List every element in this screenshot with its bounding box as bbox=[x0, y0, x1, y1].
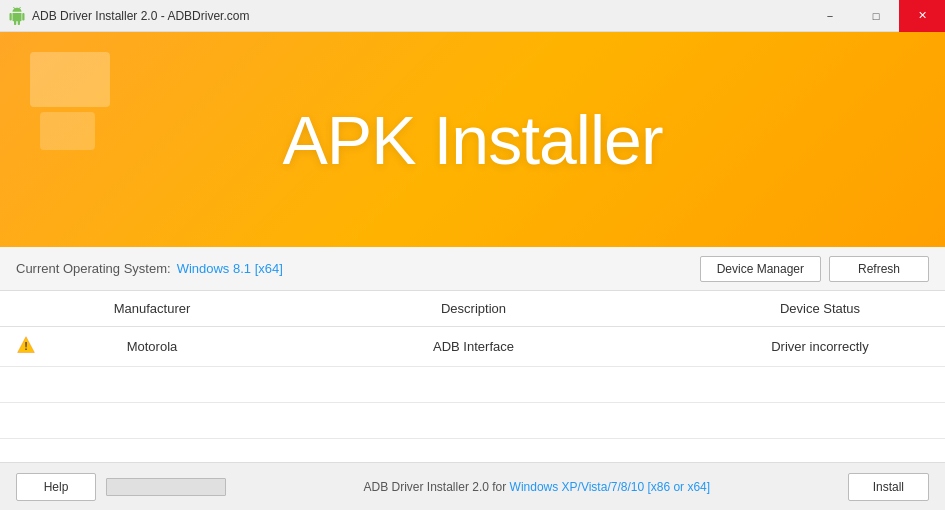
android-icon bbox=[8, 7, 26, 25]
col-header-status: Device Status bbox=[695, 291, 945, 327]
banner-rect-1 bbox=[30, 52, 110, 107]
minimize-button[interactable]: − bbox=[807, 0, 853, 32]
os-label: Current Operating System: bbox=[16, 261, 171, 276]
title-bar-title: ADB Driver Installer 2.0 - ADBDriver.com bbox=[32, 9, 249, 23]
device-manager-button[interactable]: Device Manager bbox=[700, 256, 821, 282]
refresh-button[interactable]: Refresh bbox=[829, 256, 929, 282]
footer-info-prefix: ADB Driver Installer 2.0 for bbox=[364, 480, 510, 494]
col-header-manufacturer: Manufacturer bbox=[52, 291, 252, 327]
title-bar: ADB Driver Installer 2.0 - ADBDriver.com… bbox=[0, 0, 945, 32]
close-button[interactable]: ✕ bbox=[899, 0, 945, 32]
col-header-icon bbox=[0, 291, 52, 327]
os-bar-buttons: Device Manager Refresh bbox=[700, 256, 929, 282]
footer: Help ADB Driver Installer 2.0 for Window… bbox=[0, 462, 945, 510]
banner-title: APK Installer bbox=[282, 101, 662, 179]
warning-icon: ! bbox=[16, 335, 36, 355]
table-row-empty bbox=[0, 367, 945, 403]
title-bar-left: ADB Driver Installer 2.0 - ADBDriver.com bbox=[8, 7, 249, 25]
table-row-empty bbox=[0, 403, 945, 439]
table-row[interactable]: ! MotorolaADB InterfaceDriver incorrectl… bbox=[0, 327, 945, 367]
device-table: Manufacturer Description Device Status !… bbox=[0, 291, 945, 462]
help-button[interactable]: Help bbox=[16, 473, 96, 501]
svg-text:!: ! bbox=[24, 340, 28, 352]
os-bar: Current Operating System: Windows 8.1 [x… bbox=[0, 247, 945, 291]
footer-info-text: ADB Driver Installer 2.0 for Windows XP/… bbox=[236, 480, 838, 494]
row-description: ADB Interface bbox=[252, 327, 695, 367]
banner-rect-2 bbox=[40, 112, 95, 150]
banner: APK Installer bbox=[0, 32, 945, 247]
device-table-area: Manufacturer Description Device Status !… bbox=[0, 291, 945, 462]
table-header-row: Manufacturer Description Device Status bbox=[0, 291, 945, 327]
progress-bar bbox=[106, 478, 226, 496]
os-value: Windows 8.1 [x64] bbox=[177, 261, 283, 276]
row-manufacturer: Motorola bbox=[52, 327, 252, 367]
row-warning-icon-cell: ! bbox=[0, 327, 52, 367]
maximize-button[interactable]: □ bbox=[853, 0, 899, 32]
col-header-description: Description bbox=[252, 291, 695, 327]
row-status: Driver incorrectly bbox=[695, 327, 945, 367]
title-bar-controls: − □ ✕ bbox=[807, 0, 945, 32]
table-row-empty bbox=[0, 439, 945, 463]
footer-info-highlight: Windows XP/Vista/7/8/10 [x86 or x64] bbox=[510, 480, 711, 494]
install-button[interactable]: Install bbox=[848, 473, 929, 501]
